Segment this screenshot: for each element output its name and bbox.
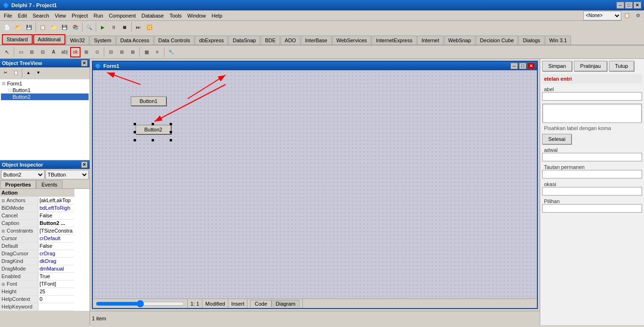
tab-data-access[interactable]: Data Access [116, 36, 154, 45]
tab-dialogs[interactable]: Dialogs [518, 36, 544, 45]
tree-up-btn[interactable]: ▲ [24, 68, 33, 77]
tab-webservices[interactable]: WebServices [332, 36, 372, 45]
form-button1[interactable]: Button1 [131, 96, 166, 106]
tab-additional[interactable]: Additional [33, 34, 65, 45]
pal-btn6[interactable]: ok [70, 47, 81, 57]
menu-window[interactable]: Window [184, 12, 209, 19]
save-btn[interactable]: 💾 [24, 22, 34, 32]
pal-btn4[interactable]: A [48, 47, 59, 57]
tab-win31[interactable]: Win 3.1 [545, 36, 571, 45]
menu-run[interactable]: Run [91, 12, 106, 19]
inspector-type-select[interactable]: TButton [45, 170, 89, 179]
component-dropdown[interactable]: <None> [583, 11, 621, 20]
form-close-btn[interactable]: ✕ [527, 63, 535, 69]
trace-btn[interactable]: 🔀 [144, 22, 154, 32]
tab-win32[interactable]: Win32 [66, 36, 89, 45]
prop-val-helpcontext[interactable]: 0 [38, 295, 74, 303]
dropdown-btn1[interactable]: 📋 [622, 10, 632, 21]
tab-datasnap[interactable]: DataSnap [228, 36, 260, 45]
tree-item-button2[interactable]: □ Button2 [1, 93, 89, 100]
prop-val-height[interactable]: 25 [38, 288, 74, 295]
right-input3[interactable] [542, 153, 642, 161]
right-textarea[interactable] [543, 104, 642, 123]
new-btn[interactable]: 📄 [2, 22, 12, 32]
tree-cut-btn[interactable]: ✂ [1, 68, 10, 77]
form-minimize-btn[interactable]: ─ [510, 63, 518, 69]
menu-help[interactable]: Help [209, 12, 225, 19]
pal-btn12[interactable]: ▦ [141, 47, 152, 57]
step-btn[interactable]: ⏭ [133, 22, 144, 32]
tree-item-button1[interactable]: □ Button1 [1, 87, 89, 93]
menu-tools[interactable]: Tools [167, 12, 185, 19]
inspector-tab-properties[interactable]: Properties [0, 180, 36, 188]
tutup-button[interactable]: Tutup [609, 61, 635, 71]
prop-val-dragmode[interactable]: dmManual [38, 265, 74, 272]
stop-btn[interactable]: ⏹ [119, 22, 130, 32]
right-input6[interactable] [542, 204, 642, 213]
pal-btn7[interactable]: ⊠ [81, 47, 91, 57]
right-input4[interactable] [542, 170, 642, 178]
inspector-close-btn[interactable]: ✕ [81, 161, 88, 168]
tab-data-controls[interactable]: Data Controls [154, 36, 194, 45]
minimize-button[interactable]: ─ [617, 2, 624, 9]
menu-database[interactable]: Database [139, 12, 167, 19]
pratinjau-button[interactable]: Pratinjau [574, 61, 607, 71]
prop-val-bidimode[interactable]: bdLeftToRigh [38, 204, 74, 212]
tab-websnap[interactable]: WebSnap [444, 36, 475, 45]
selesai-button[interactable]: Selesai [542, 134, 571, 144]
run-btn[interactable]: ▶ [98, 22, 108, 32]
pal-btn14[interactable]: 🔧 [166, 47, 176, 57]
pal-frame-btn[interactable]: ▭ [16, 47, 26, 57]
tree-item-form1[interactable]: ⊟ Form1 [1, 80, 89, 87]
tab-decision-cube[interactable]: Decision Cube [476, 36, 518, 45]
horizontal-scrollbar[interactable] [96, 301, 184, 306]
prop-val-enabled[interactable]: True [38, 272, 74, 280]
pal-btn13[interactable]: ≡ [152, 47, 163, 57]
tab-internet[interactable]: Internet [417, 36, 443, 45]
cursor-btn[interactable]: ↖ [2, 47, 12, 57]
menu-component[interactable]: Component [106, 12, 139, 19]
tab-bde[interactable]: BDE [261, 36, 280, 45]
tab-dbexpress[interactable]: dbExpress [195, 36, 228, 45]
prop-val-constraints[interactable]: [TSizeConstra [38, 227, 74, 234]
prop-val-dragcursor[interactable]: crDrag [38, 250, 74, 257]
code-tab[interactable]: Code [250, 300, 271, 307]
dropdown-btn2[interactable]: ⚙ [633, 10, 643, 21]
prop-val-default[interactable]: False [38, 242, 74, 250]
prop-val-font[interactable]: [TFont] [38, 280, 74, 288]
pal-btn10[interactable]: ⊞ [117, 47, 127, 57]
maximize-button[interactable]: □ [625, 2, 633, 9]
form-maximize-btn[interactable]: □ [519, 63, 526, 69]
prop-val-helpkeyword[interactable] [38, 303, 74, 310]
tab-interbase[interactable]: InterBase [301, 36, 332, 45]
tab-ado[interactable]: ADO [281, 36, 300, 45]
pal-btn5[interactable]: ab| [59, 47, 70, 57]
pal-btn8[interactable]: ⊙ [92, 47, 102, 57]
close-button[interactable]: ✕ [634, 2, 641, 9]
prop-val-cursor[interactable]: crDefault [38, 234, 74, 242]
form-button2[interactable]: Button2 [136, 125, 171, 134]
tab-system[interactable]: System [90, 36, 116, 45]
save-all-btn[interactable]: 📚 [70, 22, 81, 32]
menu-file[interactable]: File [1, 12, 15, 19]
open-file-btn[interactable]: 📁 [48, 22, 59, 32]
right-input1[interactable] [542, 92, 642, 101]
tree-down-btn[interactable]: ▼ [34, 68, 43, 77]
menu-search[interactable]: Search [30, 12, 52, 19]
prop-val-dragkind[interactable]: dkDrag [38, 257, 74, 265]
right-input5[interactable] [542, 187, 642, 196]
prop-val-anchors[interactable]: [akLeft,akTop [38, 196, 74, 204]
prop-val-caption[interactable]: Button2 ... [38, 219, 74, 227]
browse-btn[interactable]: 🔍 [84, 22, 94, 32]
diagram-tab[interactable]: Diagram [272, 300, 300, 307]
tab-internetexpress[interactable]: InternetExpress [372, 36, 417, 45]
simpan-button[interactable]: Simpan [542, 61, 572, 71]
menu-edit[interactable]: Edit [15, 12, 30, 19]
tab-standard[interactable]: Standard [2, 34, 33, 45]
pal-btn11[interactable]: ⊠ [127, 47, 138, 57]
pal-btn9[interactable]: ⊟ [106, 47, 116, 57]
add-file-btn[interactable]: 📋 [37, 22, 48, 32]
pal-btn3[interactable]: ⊟ [37, 47, 48, 57]
save-file-btn[interactable]: 💾 [59, 22, 70, 32]
menu-project[interactable]: Project [69, 12, 91, 19]
